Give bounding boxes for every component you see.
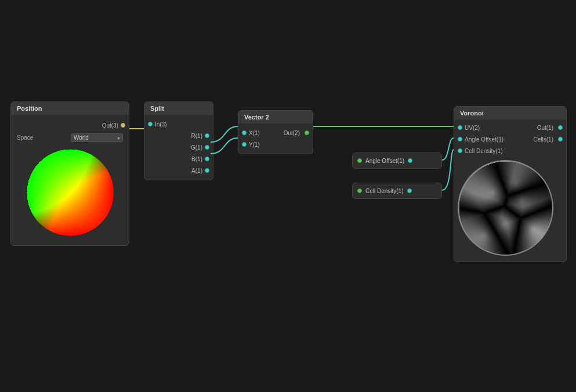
split-b-dot[interactable]	[205, 157, 209, 161]
vector2-x-label: X(1)	[249, 130, 260, 136]
split-g-dot[interactable]	[205, 145, 209, 150]
voronoi-preview	[458, 160, 553, 256]
voronoi-angle-dot[interactable]	[458, 137, 462, 141]
vector2-node-title: Vector 2	[238, 111, 313, 124]
voronoi-uv-label: UV(2)	[465, 125, 480, 131]
space-select-wrapper[interactable]: World Object Camera	[71, 133, 123, 142]
split-r-port-row: R(1)	[144, 130, 213, 141]
cell-density-label: Cell Density(1)	[365, 188, 404, 194]
position-out-dot[interactable]	[121, 123, 125, 128]
split-a-dot[interactable]	[205, 168, 209, 173]
split-node: Split In(3) R(1) G(1) B(1) A(1)	[144, 101, 213, 180]
vector2-y-in-dot[interactable]	[242, 142, 247, 147]
voronoi-uv-dot[interactable]	[458, 125, 462, 130]
color-wheel	[27, 149, 114, 236]
voronoi-cells-label: Cells(1)	[534, 136, 553, 143]
split-b-port-row: B(1)	[144, 153, 213, 165]
voronoi-angle-label: Angle Offset(1)	[465, 136, 503, 143]
position-out-label: Out(3)	[102, 122, 118, 129]
conn-split-r-vector-x	[211, 126, 238, 142]
vector2-y-label: Y(1)	[249, 141, 260, 148]
angle-offset-label: Angle Offset(1)	[365, 158, 404, 164]
angle-offset-left-dot[interactable]	[357, 158, 362, 163]
angle-offset-body: Angle Offset(1)	[353, 153, 441, 168]
space-select[interactable]: World Object Camera	[71, 133, 123, 142]
position-node-title: Position	[11, 102, 129, 115]
conn-cell-density-voronoi	[442, 150, 454, 190]
split-in-port-row: In(3)	[144, 118, 213, 130]
conn-split-g-vector-y	[211, 138, 238, 154]
position-space-label: Space	[17, 135, 33, 141]
split-g-port-row: G(1)	[144, 141, 213, 153]
cell-density-left-dot[interactable]	[357, 188, 362, 193]
split-in-label: In(3)	[155, 121, 167, 128]
voronoi-angle-row: Angle Offset(1) Cells(1)	[454, 133, 566, 145]
vector2-y-row: Y(1)	[238, 139, 313, 150]
voronoi-node: Voronoi UV(2) Out(1) Angle Offset(1) Cel…	[454, 106, 567, 262]
voronoi-out-label: Out(1)	[537, 125, 553, 131]
split-node-title: Split	[144, 102, 213, 115]
voronoi-cells-dot[interactable]	[558, 137, 563, 141]
position-node: Position Out(3) Space World Object Camer…	[10, 101, 129, 246]
split-g-label: G(1)	[191, 144, 202, 151]
angle-offset-right-dot[interactable]	[408, 158, 412, 163]
position-space-row: Space World Object Camera	[11, 131, 129, 144]
conn-angle-offset-voronoi	[442, 138, 454, 160]
voronoi-density-row: Cell Density(1)	[454, 145, 566, 157]
vector2-out-dot[interactable]	[305, 130, 309, 135]
split-r-dot[interactable]	[205, 133, 209, 138]
voronoi-uv-row: UV(2) Out(1)	[454, 122, 566, 133]
vector2-x-in-dot[interactable]	[242, 130, 247, 135]
voronoi-node-title: Voronoi	[454, 107, 566, 119]
voronoi-density-dot[interactable]	[458, 148, 462, 153]
color-wheel-container	[11, 144, 129, 241]
vector2-out-label: Out(2)	[284, 130, 300, 136]
split-a-label: A(1)	[191, 168, 202, 174]
split-a-port-row: A(1)	[144, 165, 213, 176]
vector2-x-row: X(1) Out(2)	[238, 127, 313, 139]
cell-density-body: Cell Density(1)	[353, 183, 441, 198]
cell-density-right-dot[interactable]	[407, 188, 412, 193]
voronoi-out-dot[interactable]	[558, 125, 563, 130]
vector2-node: Vector 2 X(1) Out(2) Y(1)	[238, 110, 313, 154]
voronoi-density-label: Cell Density(1)	[465, 148, 503, 154]
split-b-label: B(1)	[191, 156, 202, 162]
split-r-label: R(1)	[191, 133, 202, 139]
angle-offset-node: Angle Offset(1)	[352, 153, 442, 169]
voronoi-preview-canvas	[458, 160, 553, 256]
position-out-port-row: Out(3)	[11, 119, 129, 131]
cell-density-node: Cell Density(1)	[352, 183, 442, 199]
split-in-dot[interactable]	[148, 122, 153, 126]
